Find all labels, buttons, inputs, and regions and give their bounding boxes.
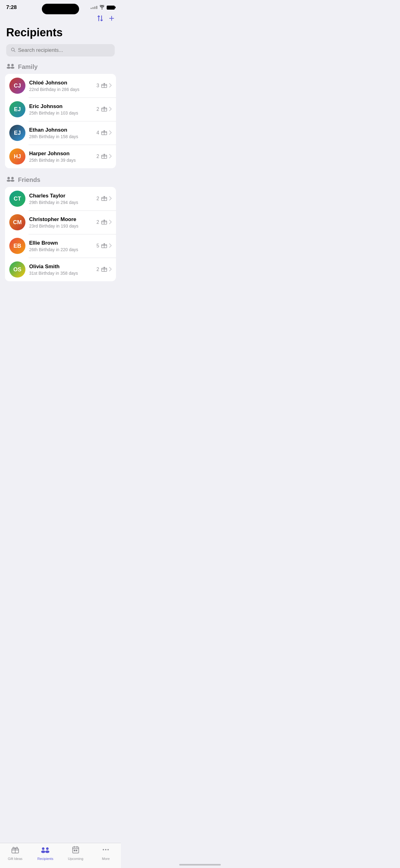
- recipient-meta-ethan: 4: [96, 129, 112, 137]
- card-family: CJ Chloé Johnson 22nd Birthday in 286 da…: [5, 74, 116, 168]
- recipient-meta-christopher: 2: [96, 219, 112, 226]
- gift-count-christopher: 2: [96, 219, 99, 225]
- svg-point-6: [7, 67, 10, 69]
- recipient-event-eric: 25th Birthday in 103 days: [29, 111, 93, 116]
- section-friends: Friends CT Charles Taylor 29th Birthday …: [0, 176, 121, 281]
- chevron-icon-ellie: [109, 243, 112, 249]
- gift-icon-ellie: [101, 242, 107, 250]
- gift-count-charles: 2: [96, 196, 99, 202]
- chevron-icon-christopher: [109, 220, 112, 225]
- group-icon-family: [6, 63, 15, 71]
- avatar-initials-chloe: CJ: [14, 83, 21, 89]
- content-area: Family CJ Chloé Johnson 22nd Birthday in…: [0, 63, 121, 320]
- battery-icon: [107, 6, 115, 10]
- chevron-icon-chloe: [109, 83, 112, 89]
- recipient-row-ethan[interactable]: EJ Ethan Johnson 28th Birthday in 158 da…: [5, 121, 116, 145]
- avatar-charles: CT: [9, 191, 26, 207]
- avatar-chloe: CJ: [9, 78, 26, 94]
- recipient-event-ethan: 28th Birthday in 158 days: [29, 134, 93, 139]
- recipient-meta-chloe: 3: [96, 82, 112, 90]
- recipient-name-charles: Charles Taylor: [29, 193, 93, 199]
- chevron-icon-eric: [109, 107, 112, 112]
- recipient-row-olivia[interactable]: OS Olivia Smith 31st Birthday in 358 day…: [5, 258, 116, 281]
- recipient-info-eric: Eric Johnson 25th Birthday in 103 days: [29, 103, 93, 116]
- recipient-meta-eric: 2: [96, 105, 112, 113]
- gift-count-ellie: 5: [96, 243, 99, 249]
- avatar-initials-ethan: EJ: [14, 130, 21, 136]
- recipient-row-christopher[interactable]: CM Christopher Moore 23rd Birthday in 19…: [5, 211, 116, 234]
- recipient-event-olivia: 31st Birthday in 358 days: [29, 271, 93, 276]
- search-input[interactable]: [18, 47, 110, 53]
- section-title-friends: Friends: [18, 176, 40, 183]
- section-family: Family CJ Chloé Johnson 22nd Birthday in…: [0, 63, 121, 168]
- chevron-icon-olivia: [109, 267, 112, 272]
- svg-point-14: [7, 180, 10, 182]
- recipient-row-harper[interactable]: HJ Harper Johnson 25th Birthday in 39 da…: [5, 145, 116, 168]
- gift-icon-ethan: [101, 129, 107, 137]
- chevron-icon-harper: [109, 154, 112, 159]
- gift-count-harper: 2: [96, 154, 99, 159]
- recipient-row-chloe[interactable]: CJ Chloé Johnson 22nd Birthday in 286 da…: [5, 74, 116, 97]
- group-icon-friends: [6, 176, 15, 184]
- wifi-icon: [99, 5, 105, 10]
- recipient-info-christopher: Christopher Moore 23rd Birthday in 193 d…: [29, 216, 93, 228]
- avatar-initials-harper: HJ: [14, 153, 21, 160]
- svg-point-12: [7, 177, 10, 180]
- recipient-info-charles: Charles Taylor 29th Birthday in 294 days: [29, 193, 93, 205]
- avatar-harper: HJ: [9, 148, 26, 164]
- svg-line-3: [14, 51, 15, 52]
- recipient-name-ethan: Ethan Johnson: [29, 127, 93, 133]
- gift-icon-chloe: [101, 82, 107, 90]
- recipient-info-ellie: Ellie Brown 26th Birthday in 220 days: [29, 240, 93, 252]
- page-title: Recipients: [0, 25, 121, 44]
- avatar-initials-charles: CT: [14, 195, 21, 202]
- recipient-meta-olivia: 2: [96, 266, 112, 274]
- add-button[interactable]: [108, 15, 115, 23]
- svg-point-4: [7, 64, 10, 66]
- section-title-family: Family: [18, 63, 37, 70]
- recipient-event-ellie: 26th Birthday in 220 days: [29, 247, 93, 252]
- recipient-meta-harper: 2: [96, 153, 112, 160]
- gift-count-ethan: 4: [96, 130, 99, 136]
- recipient-info-harper: Harper Johnson 25th Birthday in 39 days: [29, 151, 93, 163]
- gift-count-olivia: 2: [96, 267, 99, 272]
- recipient-meta-charles: 2: [96, 195, 112, 203]
- recipient-info-ethan: Ethan Johnson 28th Birthday in 158 days: [29, 127, 93, 139]
- gift-icon-charles: [101, 195, 107, 203]
- recipient-row-eric[interactable]: EJ Eric Johnson 25th Birthday in 103 day…: [5, 97, 116, 121]
- recipient-info-chloe: Chloé Johnson 22nd Birthday in 286 days: [29, 80, 93, 92]
- section-header-friends: Friends: [0, 176, 121, 187]
- signal-icon: [91, 6, 97, 9]
- status-indicators: [91, 5, 115, 10]
- gift-count-chloe: 3: [96, 83, 99, 89]
- recipient-name-harper: Harper Johnson: [29, 151, 93, 157]
- recipient-name-eric: Eric Johnson: [29, 103, 93, 110]
- header-toolbar: [0, 13, 121, 25]
- sort-button[interactable]: [97, 15, 104, 24]
- recipient-row-ellie[interactable]: EB Ellie Brown 26th Birthday in 220 days…: [5, 234, 116, 258]
- recipient-meta-ellie: 5: [96, 242, 112, 250]
- chevron-icon-ethan: [109, 130, 112, 136]
- gift-icon-harper: [101, 153, 107, 160]
- recipient-name-christopher: Christopher Moore: [29, 216, 93, 223]
- search-icon: [10, 47, 15, 53]
- recipient-event-chloe: 22nd Birthday in 286 days: [29, 87, 93, 92]
- gift-icon-olivia: [101, 266, 107, 274]
- search-bar[interactable]: [6, 44, 115, 57]
- dynamic-island: [42, 4, 79, 14]
- recipient-event-charles: 29th Birthday in 294 days: [29, 200, 93, 205]
- recipient-event-harper: 25th Birthday in 39 days: [29, 158, 93, 163]
- avatar-initials-ellie: EB: [13, 243, 21, 249]
- recipient-row-charles[interactable]: CT Charles Taylor 29th Birthday in 294 d…: [5, 187, 116, 211]
- avatar-initials-christopher: CM: [13, 219, 22, 226]
- recipient-name-ellie: Ellie Brown: [29, 240, 93, 246]
- search-container: [0, 44, 121, 63]
- recipient-info-olivia: Olivia Smith 31st Birthday in 358 days: [29, 264, 93, 276]
- avatar-ethan: EJ: [9, 125, 26, 141]
- svg-point-5: [11, 64, 14, 66]
- card-friends: CT Charles Taylor 29th Birthday in 294 d…: [5, 187, 116, 281]
- chevron-icon-charles: [109, 196, 112, 202]
- gift-count-eric: 2: [96, 106, 99, 112]
- recipient-name-chloe: Chloé Johnson: [29, 80, 93, 86]
- gift-icon-christopher: [101, 219, 107, 226]
